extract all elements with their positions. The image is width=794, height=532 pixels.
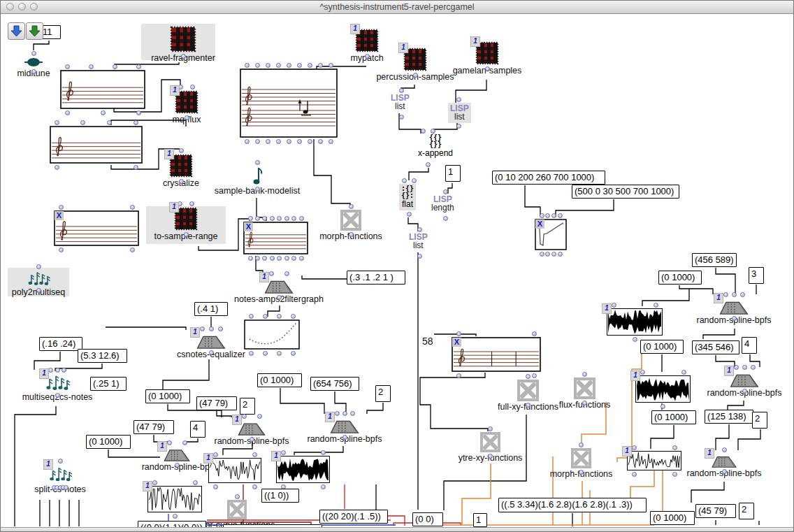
eval-once-badge[interactable]: 1 — [325, 412, 335, 422]
outlet-port[interactable] — [262, 256, 267, 261]
inlet-port[interactable] — [297, 63, 302, 68]
morph-functions-2[interactable]: morph-functions — [571, 448, 591, 468]
inlet-port[interactable] — [532, 331, 537, 336]
outlet-port[interactable] — [185, 115, 189, 120]
outlet-port[interactable] — [249, 351, 254, 356]
outlet-port[interactable] — [184, 232, 189, 237]
inlet-port[interactable] — [443, 189, 448, 194]
inlet-port[interactable] — [133, 120, 138, 125]
value-box-2t[interactable]: 2 — [240, 398, 255, 415]
outlet-port[interactable] — [540, 252, 544, 257]
outlet-port[interactable] — [175, 463, 180, 468]
inlet-port[interactable] — [248, 216, 253, 221]
eval-once-badge[interactable]: 1 — [470, 36, 480, 47]
inlet-port[interactable] — [287, 63, 291, 68]
outlet-port[interactable] — [291, 351, 296, 356]
inlet-port[interactable] — [266, 63, 270, 68]
outlet-port[interactable] — [263, 351, 268, 356]
inlet-port[interactable] — [722, 447, 727, 452]
notes-amps2filtergraph[interactable]: 1notes-amps2filtergraph — [264, 277, 294, 294]
green-arrow-button[interactable] — [26, 22, 43, 40]
inlet-port[interactable] — [417, 227, 422, 232]
value-box-r01000d[interactable]: (0 1000) — [650, 511, 695, 525]
score-box-3[interactable] — [240, 69, 338, 138]
inlet-port[interactable] — [257, 414, 262, 419]
inlet-port[interactable] — [242, 414, 247, 419]
eval-once-badge[interactable]: 1 — [630, 371, 640, 381]
eval-once-badge[interactable]: 1 — [350, 24, 360, 34]
inlet-port[interactable] — [31, 51, 36, 56]
inlet-port[interactable] — [612, 303, 616, 308]
inlet-port[interactable] — [252, 452, 257, 457]
outlet-port[interactable] — [321, 484, 326, 489]
split-cs-notes[interactable]: 1split-cs-notes — [48, 464, 72, 484]
outlet-port[interactable] — [413, 73, 418, 78]
outlet-port[interactable] — [181, 54, 186, 59]
value-box-r01000a[interactable]: (0 1000) — [658, 271, 702, 285]
inlet-port[interactable] — [421, 129, 426, 134]
outlet-port[interactable] — [407, 212, 412, 217]
outlet-port[interactable] — [742, 389, 747, 394]
value-box-l01000b[interactable]: (0 1000) — [86, 435, 131, 449]
inlet-port[interactable] — [270, 216, 275, 221]
eval-once-badge[interactable]: 1 — [232, 415, 242, 425]
outlet-port[interactable] — [255, 187, 260, 192]
inlet-port[interactable] — [209, 326, 214, 331]
inlet-port[interactable] — [321, 450, 326, 455]
value-box-4a[interactable]: 4 — [190, 421, 205, 438]
outlet-port[interactable] — [36, 288, 41, 293]
blue-x-marker[interactable]: X — [55, 211, 64, 220]
outlet-port[interactable] — [485, 66, 490, 71]
random-spline-bpfs-4[interactable]: 1random-spline-bpfs — [719, 298, 749, 315]
outlet-port[interactable] — [59, 247, 64, 252]
outlet-port[interactable] — [399, 115, 404, 120]
lisp-list-2[interactable]: LISPlist — [448, 103, 471, 123]
outlet-port[interactable] — [722, 469, 727, 474]
value-box-00[interactable]: (0 0) — [412, 512, 443, 526]
score-box-5[interactable]: X — [243, 222, 308, 254]
inlet-port[interactable] — [65, 64, 70, 69]
inlet-port[interactable] — [672, 445, 677, 450]
poly2multiseq[interactable]: poly2multiseq — [26, 270, 51, 287]
ravel-fragmenter[interactable]: ravel-fragmenter — [170, 26, 196, 52]
outlet-port[interactable] — [558, 252, 563, 257]
eval-once-badge[interactable]: 1 — [43, 459, 53, 470]
inlet-port[interactable] — [399, 88, 404, 93]
inlet-port[interactable] — [335, 411, 340, 416]
inlet-port[interactable] — [262, 216, 267, 221]
outlet-port[interactable] — [209, 350, 214, 355]
inlet-port[interactable] — [291, 314, 296, 319]
outlet-port[interactable] — [179, 179, 184, 184]
outlet-port[interactable] — [672, 472, 677, 477]
inlet-port[interactable] — [545, 213, 550, 218]
inlet-port[interactable] — [342, 411, 347, 416]
outlet-port[interactable] — [277, 295, 282, 300]
waveform-box-3[interactable]: 1 — [276, 456, 330, 483]
eval-once-badge[interactable]: 1 — [39, 368, 49, 379]
value-box-4779b[interactable]: (47 79) — [133, 420, 174, 434]
score-box-2[interactable] — [50, 126, 143, 164]
outlet-port[interactable] — [276, 139, 281, 144]
inlet-port[interactable] — [284, 271, 289, 276]
inlet-port[interactable] — [189, 201, 194, 206]
value-box-456[interactable]: (456 589) — [692, 253, 737, 267]
inlet-port[interactable] — [488, 426, 493, 431]
inlet-port[interactable] — [182, 440, 187, 445]
inlet-port[interactable] — [412, 178, 417, 183]
outlet-port[interactable] — [532, 373, 537, 378]
inlet-port[interactable] — [36, 264, 41, 269]
outlet-port[interactable] — [255, 139, 260, 144]
outlet-port[interactable] — [488, 454, 493, 459]
inlet-port[interactable] — [58, 459, 63, 463]
outlet-port[interactable] — [365, 54, 370, 59]
outlet-port[interactable] — [551, 252, 556, 257]
blue-x-marker[interactable]: X — [535, 220, 544, 229]
inlet-port[interactable] — [350, 411, 355, 416]
inlet-port[interactable] — [742, 365, 747, 370]
miditune[interactable]: miditune — [24, 57, 43, 68]
eval-once-badge[interactable]: 1 — [271, 451, 281, 461]
inlet-port[interactable] — [329, 63, 333, 68]
outlet-port[interactable] — [308, 139, 312, 144]
inlet-port[interactable] — [255, 160, 260, 165]
inlet-port[interactable] — [551, 213, 556, 218]
